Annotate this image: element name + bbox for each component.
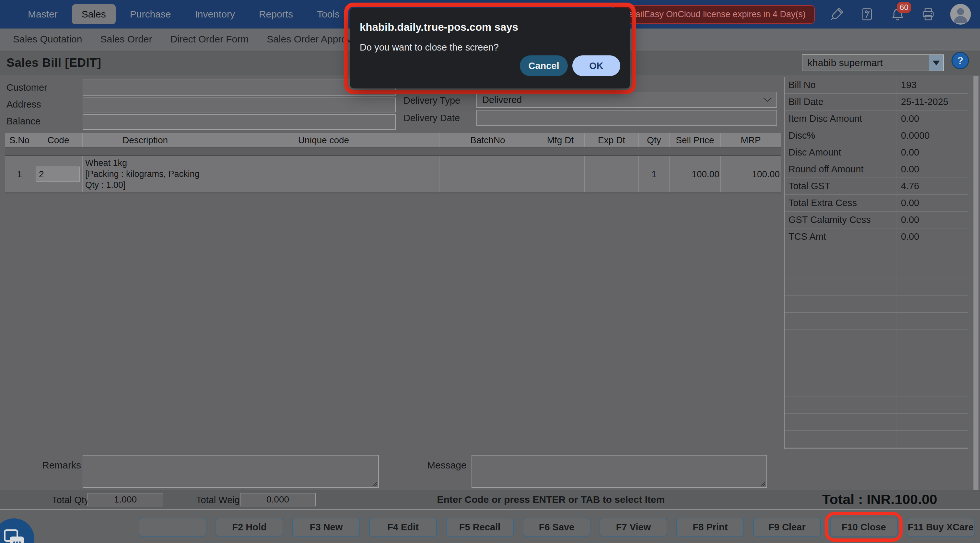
summary-value: 25-11-2025 — [896, 94, 968, 110]
col-header-unique-code: Unique code — [208, 133, 439, 148]
printer-icon[interactable] — [920, 6, 937, 23]
cell-batchno — [439, 156, 536, 192]
summary-value: 0.00 — [896, 161, 968, 178]
summary-label: Disc% — [784, 127, 896, 144]
f4-edit-button[interactable]: F4 Edit — [369, 518, 437, 537]
dialog-title: khabib.daily.true-pos.com says — [360, 21, 518, 33]
summary-row-tcs-amt: TCS Amt 0.00 — [784, 229, 968, 245]
remarks-label: Remarks — [32, 460, 81, 471]
customer-input[interactable] — [83, 79, 396, 95]
cancel-button[interactable]: Cancel — [520, 56, 568, 76]
function-buttons-row: F2 Hold F3 New F4 Edit F5 Recall F6 Save… — [139, 518, 975, 537]
delivery-type-label: Delivery Type — [404, 95, 460, 106]
f9-clear-button[interactable]: F9 Clear — [753, 518, 821, 537]
nav-item-reports[interactable]: Reports — [249, 4, 303, 24]
f2-hold-button[interactable]: F2 Hold — [215, 518, 283, 537]
nav-item-purchase[interactable]: Purchase — [120, 4, 181, 24]
subnav-sales-quotation[interactable]: Sales Quotation — [13, 34, 82, 45]
col-header-sno: S.No — [5, 133, 34, 148]
balance-label: Balance — [6, 116, 40, 127]
total-qty-input[interactable]: 1.000 — [88, 493, 163, 506]
dialog-message: Do you want to close the screen? — [360, 42, 499, 53]
summary-empty-row — [784, 380, 968, 397]
items-table-header: S.No Code Description Unique code BatchN… — [5, 133, 781, 148]
item-code-input[interactable]: 2 — [36, 167, 80, 182]
summary-label: Total Extra Cess — [784, 195, 896, 211]
summary-value: 0.00 — [896, 111, 968, 127]
summary-empty-row — [784, 346, 968, 363]
resize-handle-icon[interactable] — [759, 480, 766, 487]
table-row[interactable]: 1 2 Wheat 1kg [Packing : kilograms, Pack… — [5, 156, 781, 194]
vertical-scrollbar[interactable] — [973, 76, 979, 500]
totals-band: Total Qty 1.000 Total Weight 0.000 Enter… — [0, 490, 980, 509]
user-avatar[interactable] — [950, 4, 971, 25]
total-weight-input[interactable]: 0.000 — [240, 493, 316, 506]
f3-new-button[interactable]: F3 New — [292, 518, 360, 537]
f1-blank-button[interactable] — [139, 518, 207, 537]
summary-value: 193 — [896, 77, 968, 93]
delivery-type-select[interactable]: Delivered — [476, 92, 777, 108]
nav-item-sales[interactable]: Sales — [72, 4, 116, 24]
summary-empty-row — [784, 245, 968, 262]
summary-empty-row — [784, 397, 968, 414]
resize-handle-icon[interactable] — [371, 480, 377, 487]
delivery-date-input[interactable] — [476, 110, 777, 126]
summary-value: 0.00 — [896, 229, 968, 245]
col-header-sell-price: Sell Price — [670, 133, 721, 148]
summary-label: Disc Amount — [784, 144, 896, 161]
sales-bill-screen: Master Sales Purchase Inventory Reports … — [0, 0, 980, 543]
store-selector-dropdown[interactable]: khabib supermart — [802, 54, 944, 71]
col-header-mfg-dt: Mfg Dt — [536, 133, 585, 148]
cell-code: 2 — [34, 156, 83, 192]
col-header-qty: Qty — [639, 133, 670, 148]
message-label: Message — [427, 460, 467, 471]
summary-empty-row — [784, 330, 968, 346]
f5-recall-button[interactable]: F5 Recall — [446, 518, 514, 537]
f11-buy-xcare-button[interactable]: F11 Buy XCare — [907, 518, 975, 537]
address-input[interactable] — [83, 97, 396, 113]
subnav-sales-order-approval[interactable]: Sales Order Approval — [267, 34, 359, 45]
notifications-bell-icon[interactable]: 60 — [889, 6, 906, 23]
summary-value: 0.00 — [896, 211, 968, 228]
paint-brush-icon[interactable] — [828, 6, 845, 23]
nav-item-master[interactable]: Master — [18, 4, 67, 24]
help-button[interactable]: ? — [951, 52, 969, 69]
total-qty-label: Total Qty — [52, 495, 89, 505]
col-header-code: Code — [34, 133, 83, 148]
summary-row-disc-percent: Disc% 0.0000 — [784, 127, 968, 144]
nav-item-inventory[interactable]: Inventory — [185, 4, 244, 24]
grand-total: Total : INR.100.00 — [810, 492, 937, 507]
summary-empty-row — [784, 279, 968, 296]
subnav-sales-order[interactable]: Sales Order — [100, 34, 152, 45]
summary-row-round-off: Round off Amount 0.00 — [784, 161, 968, 178]
license-warning-badge[interactable]: RetailEasy OnCloud license expires in 4 … — [613, 5, 815, 24]
f6-save-button[interactable]: F6 Save — [523, 518, 590, 537]
store-selector-arrow-button[interactable] — [929, 55, 943, 71]
summary-empty-row — [784, 430, 968, 448]
f8-print-button[interactable]: F8 Print — [676, 518, 744, 537]
subnav-direct-order-form[interactable]: Direct Order Form — [170, 34, 249, 45]
cell-description: Wheat 1kg [Packing : kilograms, Packing … — [83, 156, 208, 192]
browser-confirm-dialog: khabib.daily.true-pos.com says Do you wa… — [350, 8, 630, 89]
f10-close-button[interactable]: F10 Close — [830, 518, 898, 537]
ok-button[interactable]: OK — [572, 56, 620, 76]
delivery-type-value: Delivered — [477, 95, 763, 105]
bill-summary-panel: Bill No 193 Bill Date 25-11-2025 Item Di… — [784, 77, 968, 449]
summary-empty-row — [784, 296, 968, 313]
message-textarea[interactable] — [471, 455, 767, 488]
nav-item-tools[interactable]: Tools — [307, 4, 349, 24]
summary-label: Total GST — [784, 178, 896, 194]
balance-input[interactable] — [83, 114, 396, 130]
summary-label: Bill Date — [784, 94, 896, 110]
col-header-exp-dt: Exp Dt — [585, 133, 639, 148]
question-mark-icon: ? — [957, 55, 964, 67]
app-logo-icon[interactable] — [859, 6, 876, 23]
f7-view-button[interactable]: F7 View — [600, 518, 667, 537]
summary-value: 0.0000 — [896, 127, 968, 144]
summary-row-gst-calamity-cess: GST Calamity Cess 0.00 — [784, 211, 968, 229]
col-header-mrp: MRP — [721, 133, 781, 148]
scrollbar-thumb[interactable] — [974, 76, 978, 500]
item-description-line2: [Packing : kilograms, Packing Qty : 1.00… — [85, 169, 207, 191]
remarks-textarea[interactable] — [83, 455, 379, 488]
notification-count-badge: 60 — [897, 2, 911, 13]
